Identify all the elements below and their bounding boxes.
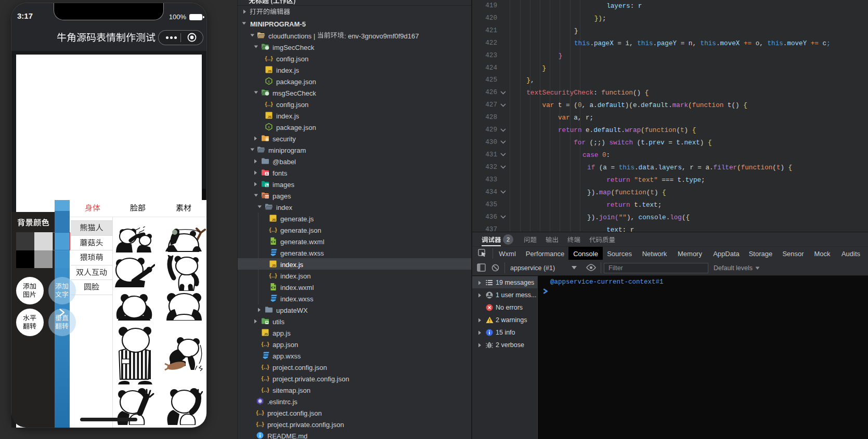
svg-text:<>: <> [265,195,269,198]
svg-text:{‥}: {‥} [269,227,277,233]
svg-text:JS: JS [272,218,276,221]
svg-text:JS: JS [272,264,276,267]
svg-text:JS: JS [268,115,271,118]
svg-text:{‥}: {‥} [261,387,269,393]
svg-text:A: A [266,172,268,176]
svg-text:{‥}: {‥} [256,421,264,427]
svg-text:{‥}: {‥} [256,409,264,416]
svg-text:JS: JS [264,332,268,336]
svg-text:s: s [268,79,270,83]
svg-text:+: + [266,321,268,324]
svg-text:{‥}: {‥} [265,55,273,61]
svg-text:s: s [268,125,270,129]
svg-text:{‥}: {‥} [269,272,277,278]
svg-text:{‥}: {‥} [261,341,269,347]
svg-text:{‥}: {‥} [265,101,273,107]
svg-text:JS: JS [268,70,271,73]
svg-text:{‥}: {‥} [261,364,269,370]
svg-text:{‥}: {‥} [261,375,269,381]
